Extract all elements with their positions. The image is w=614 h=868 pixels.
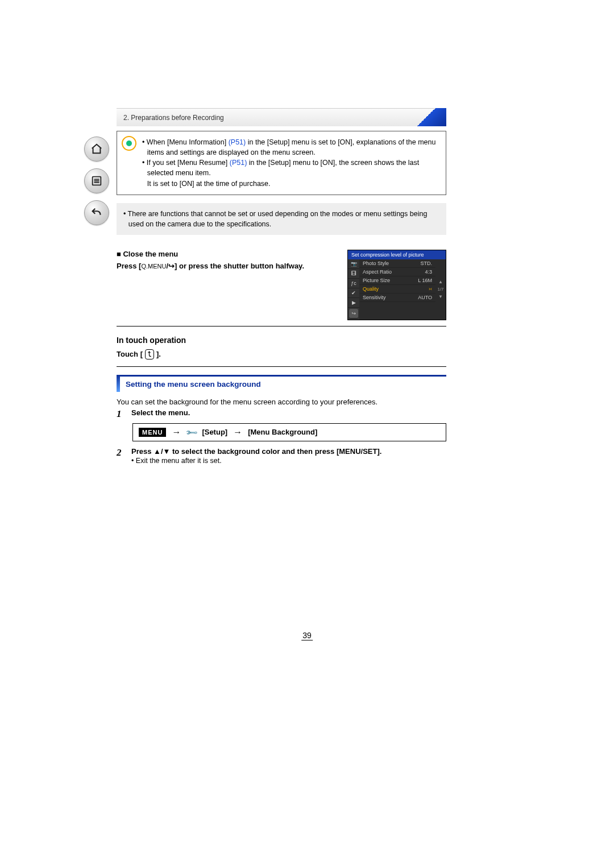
link-p51b[interactable]: (P51) — [230, 159, 247, 167]
tip-box: • When [Menu Information] (P51) in the [… — [117, 131, 446, 195]
nav-sidebar — [84, 137, 111, 225]
camera-menu-rows: Photo StyleSTD. Aspect Ratio4:3 Picture … — [359, 259, 435, 320]
arrow-icon: → — [172, 427, 181, 437]
note-box: • There are functions that cannot be set… — [117, 203, 446, 235]
touch-heading: In touch operation — [117, 336, 446, 345]
cm-tab-custom-icon: ƒc — [348, 279, 359, 288]
cm-tab-motion-icon: 🎞 — [348, 269, 359, 279]
arrow-icon: → — [233, 427, 242, 437]
section-heading: Setting the menu screen background — [117, 375, 446, 392]
tip-icon — [122, 136, 136, 151]
back-icon[interactable] — [84, 200, 109, 225]
section-intro: You can set the background for the menu … — [117, 398, 446, 406]
cm-tab-rec-icon: 📷 — [348, 259, 359, 269]
menu-path: MENU → 🔧 [Setup] → [Menu Background] — [132, 423, 446, 441]
cm-tab-setup-icon: ✔ — [348, 288, 359, 298]
close-menu-heading: Close the menu — [117, 250, 347, 258]
wrench-icon: 🔧 — [185, 425, 198, 439]
step-1: 1 Select the menu. — [117, 408, 446, 420]
page-number: 39 — [301, 631, 313, 640]
camera-menu-screenshot: Set compression level of picture 📷 🎞 ƒc … — [347, 250, 446, 320]
link-p51a[interactable]: (P51) — [229, 138, 246, 146]
camera-menu-title: Set compression level of picture — [348, 250, 446, 259]
cm-tab-back-icon: ↩ — [349, 309, 358, 319]
menu-button-icon: MENU — [139, 428, 166, 437]
home-icon[interactable] — [84, 137, 109, 162]
step-2: 2 Press ▲/▼ to select the background col… — [117, 447, 446, 465]
touch-instruction: Touch [⤴]. — [117, 349, 446, 367]
touch-back-icon: ⤴ — [145, 349, 154, 359]
contents-icon[interactable] — [84, 168, 109, 193]
chapter-title: 2. Preparations before Recording — [117, 108, 446, 126]
chapter-header: 2. Preparations before Recording — [117, 108, 446, 126]
cm-tab-play-icon: ▶ — [348, 298, 359, 308]
close-menu-instruction: Press [Q.MENU/↩] or press the shutter bu… — [117, 262, 347, 270]
